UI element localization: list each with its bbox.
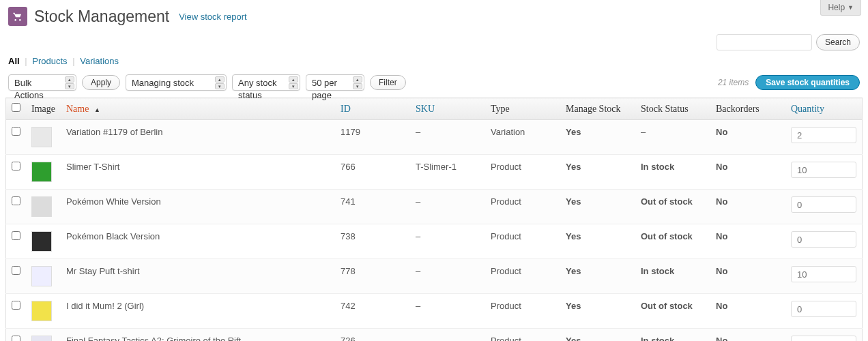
product-type: Product <box>485 224 560 259</box>
sort-asc-icon: ▲ <box>94 106 100 113</box>
backorders: No <box>710 294 785 329</box>
product-thumbnail[interactable] <box>31 301 52 321</box>
col-type: Type <box>485 98 560 120</box>
view-report-link[interactable]: View stock report <box>179 12 246 22</box>
bulk-actions-select[interactable]: Bulk Actions ▴▾ <box>8 74 76 91</box>
stock-table: Image Name ▲ ID SKU Type Manage Stock St… <box>5 98 863 341</box>
quantity-input[interactable] <box>791 231 856 248</box>
search-input[interactable] <box>717 34 812 50</box>
stepper-icon: ▴▾ <box>289 76 298 89</box>
quantity-input[interactable] <box>791 162 856 178</box>
table-row: Slimer T-Shirt766T-Slimer-1ProductYesIn … <box>6 155 863 190</box>
product-sku: – <box>410 224 485 259</box>
row-checkbox[interactable] <box>12 162 20 170</box>
filter-button[interactable]: Filter <box>370 75 406 90</box>
product-type: Variation <box>485 120 560 155</box>
backorders: No <box>710 259 785 294</box>
product-thumbnail[interactable] <box>31 336 52 341</box>
quantity-input[interactable] <box>791 301 856 317</box>
table-row: Variation #1179 of Berlin1179–VariationY… <box>6 120 863 155</box>
col-qty[interactable]: Quantity <box>785 98 863 120</box>
search-button[interactable]: Search <box>816 34 860 50</box>
product-sku: – <box>410 329 485 342</box>
row-checkbox[interactable] <box>12 231 20 240</box>
col-manage: Manage Stock <box>560 98 635 120</box>
backorders: No <box>710 120 785 155</box>
items-count: 21 items <box>718 78 749 87</box>
product-thumbnail[interactable] <box>31 266 52 286</box>
row-checkbox[interactable] <box>12 301 20 310</box>
product-name[interactable]: I did it Mum! 2 (Girl) <box>61 294 335 329</box>
product-thumbnail[interactable] <box>31 231 52 252</box>
save-quantities-button[interactable]: Save stock quantities <box>755 75 860 90</box>
product-id: 726 <box>335 329 410 342</box>
product-thumbnail[interactable] <box>31 162 52 182</box>
stock-status: In stock <box>635 259 710 294</box>
filter-variations[interactable]: Variations <box>80 56 119 66</box>
row-checkbox[interactable] <box>12 127 20 136</box>
stock-status: Out of stock <box>635 190 710 224</box>
table-row: I did it Mum! 2 (Girl)742–ProductYesOut … <box>6 294 863 329</box>
manage-stock: Yes <box>560 120 635 155</box>
product-sku: – <box>410 259 485 294</box>
help-tab[interactable]: Help ▼ <box>820 0 861 16</box>
row-checkbox[interactable] <box>12 266 20 275</box>
product-sku: T-Slimer-1 <box>410 155 485 190</box>
quantity-input[interactable] <box>791 127 856 143</box>
managing-stock-select[interactable]: Managing stock ▴▾ <box>126 74 227 91</box>
product-sku: – <box>410 190 485 224</box>
backorders: No <box>710 329 785 342</box>
row-checkbox[interactable] <box>12 336 20 341</box>
col-status: Stock Status <box>635 98 710 120</box>
product-type: Product <box>485 190 560 224</box>
product-name[interactable]: Final Fantasy Tactics A2: Grimoire of th… <box>61 329 335 342</box>
select-all-checkbox[interactable] <box>12 103 20 112</box>
backorders: No <box>710 155 785 190</box>
stepper-icon: ▴▾ <box>353 76 362 89</box>
stock-status: Out of stock <box>635 224 710 259</box>
product-id: 738 <box>335 224 410 259</box>
view-filters: All | Products | Variations <box>0 52 868 70</box>
product-sku: – <box>410 294 485 329</box>
product-type: Product <box>485 329 560 342</box>
product-type: Product <box>485 294 560 329</box>
stock-status: – <box>635 120 710 155</box>
help-label: Help <box>828 3 845 12</box>
product-name[interactable]: Variation #1179 of Berlin <box>61 120 335 155</box>
table-row: Pokémon White Version741–ProductYesOut o… <box>6 190 863 224</box>
apply-button[interactable]: Apply <box>82 75 120 90</box>
product-type: Product <box>485 259 560 294</box>
filter-all[interactable]: All <box>8 56 20 66</box>
backorders: No <box>710 224 785 259</box>
manage-stock: Yes <box>560 190 635 224</box>
stepper-icon: ▴▾ <box>215 76 225 89</box>
product-name[interactable]: Slimer T-Shirt <box>61 155 335 190</box>
stock-status: In stock <box>635 155 710 190</box>
row-checkbox[interactable] <box>12 196 20 205</box>
quantity-input[interactable] <box>791 266 856 282</box>
product-name[interactable]: Mr Stay Puft t-shirt <box>61 259 335 294</box>
product-type: Product <box>485 155 560 190</box>
product-id: 778 <box>335 259 410 294</box>
chevron-down-icon: ▼ <box>848 4 854 11</box>
stock-status: Out of stock <box>635 294 710 329</box>
product-id: 741 <box>335 190 410 224</box>
table-row: Mr Stay Puft t-shirt778–ProductYesIn sto… <box>6 259 863 294</box>
quantity-input[interactable] <box>791 336 856 341</box>
product-sku: – <box>410 120 485 155</box>
filter-products[interactable]: Products <box>32 56 67 66</box>
col-back: Backorders <box>710 98 785 120</box>
col-sku[interactable]: SKU <box>410 98 485 120</box>
product-thumbnail[interactable] <box>31 196 52 217</box>
product-name[interactable]: Pokémon White Version <box>61 190 335 224</box>
backorders: No <box>710 190 785 224</box>
manage-stock: Yes <box>560 294 635 329</box>
stock-status-select[interactable]: Any stock status ▴▾ <box>232 74 300 91</box>
per-page-select[interactable]: 50 per page ▴▾ <box>306 74 364 91</box>
product-id: 766 <box>335 155 410 190</box>
cart-icon <box>8 7 27 26</box>
product-name[interactable]: Pokémon Black Version <box>61 224 335 259</box>
manage-stock: Yes <box>560 329 635 342</box>
quantity-input[interactable] <box>791 196 856 213</box>
product-thumbnail[interactable] <box>31 127 52 147</box>
